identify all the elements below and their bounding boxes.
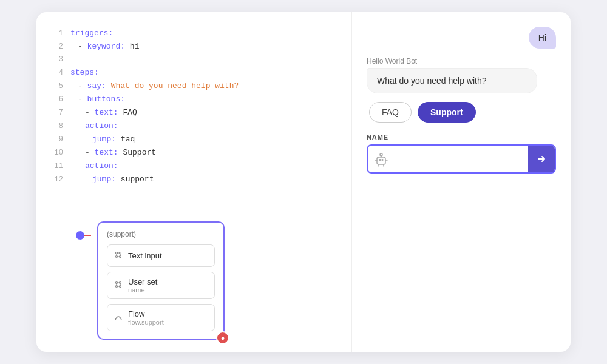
code-area: 1triggers:2- keyword: hi34steps:5- say: … xyxy=(36,27,351,186)
flow-item-sub: flow.support xyxy=(128,318,164,326)
svg-point-4 xyxy=(116,282,118,284)
code-line: 5- say: What do you need help with? xyxy=(46,79,342,93)
line-number: 6 xyxy=(46,93,63,106)
code-line: 8 action: xyxy=(46,120,342,133)
robot-icon xyxy=(368,150,395,167)
line-content: action: xyxy=(70,120,118,133)
flow-item[interactable]: User setname xyxy=(107,272,215,299)
flow-node-container: (support) Text inputUser setnameFlowflow… xyxy=(97,221,225,340)
code-panel: 1triggers:2- keyword: hi34steps:5- say: … xyxy=(36,12,352,352)
bot-name: Hello World Bot xyxy=(367,57,556,66)
line-number: 11 xyxy=(46,160,63,172)
chat-input-field[interactable] xyxy=(395,148,528,170)
flow-item-label: User set xyxy=(128,277,157,286)
code-line: 7- text: FAQ xyxy=(46,106,342,120)
flow-node-close-button[interactable]: ● xyxy=(216,331,229,345)
line-content: steps: xyxy=(70,66,99,79)
line-number: 9 xyxy=(46,133,63,146)
flow-item-sub: name xyxy=(128,286,157,294)
svg-point-0 xyxy=(116,252,118,254)
line-content: - keyword: hi xyxy=(70,40,139,53)
svg-rect-9 xyxy=(379,159,381,161)
flow-node-arrow xyxy=(80,235,91,236)
line-number: 12 xyxy=(46,174,63,186)
chat-option-button[interactable]: FAQ xyxy=(369,102,412,123)
code-line: 4steps: xyxy=(46,66,342,79)
svg-point-5 xyxy=(120,282,121,284)
flow-item-label: Text input xyxy=(128,251,162,260)
line-number: 7 xyxy=(46,107,63,119)
line-number: 2 xyxy=(46,41,63,53)
svg-point-3 xyxy=(120,256,121,258)
line-content: jump: support xyxy=(70,173,154,186)
flow-node-title: (support) xyxy=(107,230,215,238)
chat-send-button[interactable] xyxy=(528,146,555,172)
line-content: triggers: xyxy=(70,27,113,40)
code-line: 6- buttons: xyxy=(46,93,342,106)
svg-point-2 xyxy=(116,256,118,258)
svg-point-6 xyxy=(116,286,118,288)
code-line: 3 xyxy=(46,53,342,66)
code-line: 2- keyword: hi xyxy=(46,40,342,53)
bot-message-group: Hello World Bot What do you need help wi… xyxy=(367,57,556,93)
user-message-bubble: Hi xyxy=(529,27,556,49)
svg-rect-8 xyxy=(377,157,385,164)
chat-input-label: NAME xyxy=(367,133,556,141)
svg-point-12 xyxy=(380,153,382,156)
chat-panel: Hi Hello World Bot What do you need help… xyxy=(352,12,571,352)
code-line: 1triggers: xyxy=(46,27,342,40)
line-number: 1 xyxy=(46,27,63,39)
line-content: - buttons: xyxy=(70,93,125,106)
bot-message-bubble: What do you need help with? xyxy=(367,68,537,93)
chat-input-area: NAME xyxy=(367,133,556,174)
flow-item[interactable]: Flowflow.support xyxy=(107,304,215,331)
chat-option-button[interactable]: Support xyxy=(418,102,476,123)
line-content: jump: faq xyxy=(70,133,135,146)
code-line: 11 action: xyxy=(46,160,342,173)
svg-rect-10 xyxy=(382,159,384,161)
line-content: action: xyxy=(70,160,118,173)
code-line: 12jump: support xyxy=(46,173,342,186)
flow-item[interactable]: Text input xyxy=(107,244,215,267)
flow-item-label: Flow xyxy=(128,309,144,318)
flow-item-icon xyxy=(114,250,123,261)
line-number: 4 xyxy=(46,67,63,79)
svg-point-7 xyxy=(120,286,121,288)
line-number: 3 xyxy=(46,53,63,66)
flow-node: (support) Text inputUser setnameFlowflow… xyxy=(97,221,225,340)
flow-item-icon xyxy=(114,312,123,323)
line-number: 8 xyxy=(46,120,63,132)
line-content: - say: What do you need help with? xyxy=(70,79,239,93)
line-content: - text: FAQ xyxy=(70,106,137,120)
line-number: 5 xyxy=(46,80,63,92)
code-line: 9jump: faq xyxy=(46,133,342,146)
flow-dot xyxy=(76,231,84,240)
svg-point-1 xyxy=(120,252,121,254)
chat-input-row xyxy=(367,144,556,174)
line-number: 10 xyxy=(46,147,63,159)
flow-item-icon xyxy=(114,280,123,291)
flow-items-container: Text inputUser setnameFlowflow.support xyxy=(107,244,215,331)
chat-buttons: FAQSupport xyxy=(369,102,556,123)
code-line: 10- text: Support xyxy=(46,146,342,160)
main-card: 1triggers:2- keyword: hi34steps:5- say: … xyxy=(36,12,571,352)
line-content: - text: Support xyxy=(70,146,156,160)
